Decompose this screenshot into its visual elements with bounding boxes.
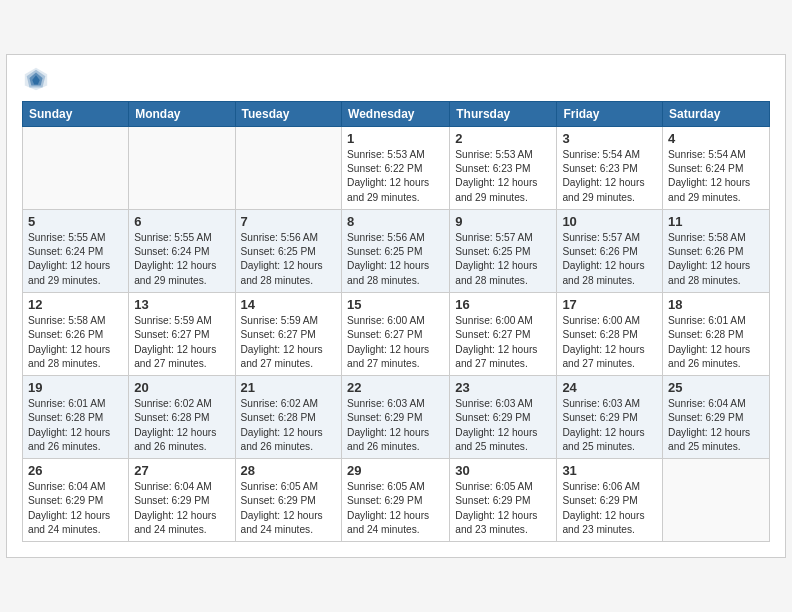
day-info: Sunrise: 6:02 AMSunset: 6:28 PMDaylight:… (134, 397, 229, 454)
day-number: 26 (28, 463, 123, 478)
week-row-1: 1Sunrise: 5:53 AMSunset: 6:22 PMDaylight… (23, 126, 770, 209)
day-number: 23 (455, 380, 551, 395)
day-cell: 29Sunrise: 6:05 AMSunset: 6:29 PMDayligh… (342, 459, 450, 542)
day-info: Sunrise: 6:03 AMSunset: 6:29 PMDaylight:… (455, 397, 551, 454)
day-cell: 13Sunrise: 5:59 AMSunset: 6:27 PMDayligh… (129, 292, 235, 375)
day-cell: 24Sunrise: 6:03 AMSunset: 6:29 PMDayligh… (557, 376, 663, 459)
day-number: 5 (28, 214, 123, 229)
day-number: 17 (562, 297, 657, 312)
logo (22, 65, 54, 93)
day-number: 25 (668, 380, 764, 395)
day-info: Sunrise: 5:58 AMSunset: 6:26 PMDaylight:… (668, 231, 764, 288)
weekday-header-monday: Monday (129, 101, 235, 126)
week-row-5: 26Sunrise: 6:04 AMSunset: 6:29 PMDayligh… (23, 459, 770, 542)
day-number: 28 (241, 463, 337, 478)
day-number: 27 (134, 463, 229, 478)
day-info: Sunrise: 5:54 AMSunset: 6:23 PMDaylight:… (562, 148, 657, 205)
week-row-3: 12Sunrise: 5:58 AMSunset: 6:26 PMDayligh… (23, 292, 770, 375)
day-cell: 10Sunrise: 5:57 AMSunset: 6:26 PMDayligh… (557, 209, 663, 292)
day-info: Sunrise: 6:01 AMSunset: 6:28 PMDaylight:… (28, 397, 123, 454)
day-cell: 30Sunrise: 6:05 AMSunset: 6:29 PMDayligh… (450, 459, 557, 542)
day-cell: 21Sunrise: 6:02 AMSunset: 6:28 PMDayligh… (235, 376, 342, 459)
day-cell (129, 126, 235, 209)
day-cell: 14Sunrise: 5:59 AMSunset: 6:27 PMDayligh… (235, 292, 342, 375)
week-row-4: 19Sunrise: 6:01 AMSunset: 6:28 PMDayligh… (23, 376, 770, 459)
day-cell: 28Sunrise: 6:05 AMSunset: 6:29 PMDayligh… (235, 459, 342, 542)
day-number: 12 (28, 297, 123, 312)
weekday-header-friday: Friday (557, 101, 663, 126)
day-cell: 1Sunrise: 5:53 AMSunset: 6:22 PMDaylight… (342, 126, 450, 209)
weekday-header-sunday: Sunday (23, 101, 129, 126)
day-cell: 17Sunrise: 6:00 AMSunset: 6:28 PMDayligh… (557, 292, 663, 375)
day-number: 15 (347, 297, 444, 312)
week-row-2: 5Sunrise: 5:55 AMSunset: 6:24 PMDaylight… (23, 209, 770, 292)
day-number: 4 (668, 131, 764, 146)
day-info: Sunrise: 6:00 AMSunset: 6:27 PMDaylight:… (347, 314, 444, 371)
calendar-grid: SundayMondayTuesdayWednesdayThursdayFrid… (22, 101, 770, 543)
day-cell: 19Sunrise: 6:01 AMSunset: 6:28 PMDayligh… (23, 376, 129, 459)
day-cell: 18Sunrise: 6:01 AMSunset: 6:28 PMDayligh… (663, 292, 770, 375)
weekday-header-tuesday: Tuesday (235, 101, 342, 126)
day-cell: 31Sunrise: 6:06 AMSunset: 6:29 PMDayligh… (557, 459, 663, 542)
day-info: Sunrise: 6:05 AMSunset: 6:29 PMDaylight:… (241, 480, 337, 537)
day-cell: 16Sunrise: 6:00 AMSunset: 6:27 PMDayligh… (450, 292, 557, 375)
day-number: 3 (562, 131, 657, 146)
day-info: Sunrise: 5:57 AMSunset: 6:25 PMDaylight:… (455, 231, 551, 288)
day-cell: 5Sunrise: 5:55 AMSunset: 6:24 PMDaylight… (23, 209, 129, 292)
day-number: 9 (455, 214, 551, 229)
day-cell: 23Sunrise: 6:03 AMSunset: 6:29 PMDayligh… (450, 376, 557, 459)
day-info: Sunrise: 6:04 AMSunset: 6:29 PMDaylight:… (28, 480, 123, 537)
day-info: Sunrise: 6:00 AMSunset: 6:27 PMDaylight:… (455, 314, 551, 371)
day-number: 13 (134, 297, 229, 312)
day-info: Sunrise: 6:01 AMSunset: 6:28 PMDaylight:… (668, 314, 764, 371)
day-info: Sunrise: 6:04 AMSunset: 6:29 PMDaylight:… (668, 397, 764, 454)
day-number: 6 (134, 214, 229, 229)
day-cell: 27Sunrise: 6:04 AMSunset: 6:29 PMDayligh… (129, 459, 235, 542)
day-cell: 3Sunrise: 5:54 AMSunset: 6:23 PMDaylight… (557, 126, 663, 209)
day-info: Sunrise: 5:56 AMSunset: 6:25 PMDaylight:… (241, 231, 337, 288)
day-cell: 9Sunrise: 5:57 AMSunset: 6:25 PMDaylight… (450, 209, 557, 292)
day-info: Sunrise: 5:53 AMSunset: 6:23 PMDaylight:… (455, 148, 551, 205)
day-cell: 15Sunrise: 6:00 AMSunset: 6:27 PMDayligh… (342, 292, 450, 375)
day-number: 31 (562, 463, 657, 478)
day-cell: 11Sunrise: 5:58 AMSunset: 6:26 PMDayligh… (663, 209, 770, 292)
day-cell: 8Sunrise: 5:56 AMSunset: 6:25 PMDaylight… (342, 209, 450, 292)
day-cell: 26Sunrise: 6:04 AMSunset: 6:29 PMDayligh… (23, 459, 129, 542)
day-number: 30 (455, 463, 551, 478)
day-info: Sunrise: 5:58 AMSunset: 6:26 PMDaylight:… (28, 314, 123, 371)
day-info: Sunrise: 6:05 AMSunset: 6:29 PMDaylight:… (455, 480, 551, 537)
day-cell: 22Sunrise: 6:03 AMSunset: 6:29 PMDayligh… (342, 376, 450, 459)
day-number: 7 (241, 214, 337, 229)
day-info: Sunrise: 6:05 AMSunset: 6:29 PMDaylight:… (347, 480, 444, 537)
day-number: 24 (562, 380, 657, 395)
day-number: 11 (668, 214, 764, 229)
day-cell (663, 459, 770, 542)
day-cell: 7Sunrise: 5:56 AMSunset: 6:25 PMDaylight… (235, 209, 342, 292)
day-number: 29 (347, 463, 444, 478)
day-info: Sunrise: 6:03 AMSunset: 6:29 PMDaylight:… (562, 397, 657, 454)
day-cell: 2Sunrise: 5:53 AMSunset: 6:23 PMDaylight… (450, 126, 557, 209)
day-cell: 12Sunrise: 5:58 AMSunset: 6:26 PMDayligh… (23, 292, 129, 375)
day-info: Sunrise: 5:54 AMSunset: 6:24 PMDaylight:… (668, 148, 764, 205)
day-number: 2 (455, 131, 551, 146)
day-number: 18 (668, 297, 764, 312)
day-info: Sunrise: 5:55 AMSunset: 6:24 PMDaylight:… (134, 231, 229, 288)
day-number: 16 (455, 297, 551, 312)
day-cell: 4Sunrise: 5:54 AMSunset: 6:24 PMDaylight… (663, 126, 770, 209)
day-info: Sunrise: 6:04 AMSunset: 6:29 PMDaylight:… (134, 480, 229, 537)
day-info: Sunrise: 6:02 AMSunset: 6:28 PMDaylight:… (241, 397, 337, 454)
day-info: Sunrise: 5:55 AMSunset: 6:24 PMDaylight:… (28, 231, 123, 288)
day-number: 21 (241, 380, 337, 395)
day-info: Sunrise: 5:59 AMSunset: 6:27 PMDaylight:… (241, 314, 337, 371)
day-number: 22 (347, 380, 444, 395)
logo-icon (22, 65, 50, 93)
day-cell: 20Sunrise: 6:02 AMSunset: 6:28 PMDayligh… (129, 376, 235, 459)
day-info: Sunrise: 5:57 AMSunset: 6:26 PMDaylight:… (562, 231, 657, 288)
weekday-header-row: SundayMondayTuesdayWednesdayThursdayFrid… (23, 101, 770, 126)
day-cell (23, 126, 129, 209)
day-number: 10 (562, 214, 657, 229)
weekday-header-wednesday: Wednesday (342, 101, 450, 126)
day-number: 19 (28, 380, 123, 395)
day-number: 8 (347, 214, 444, 229)
day-info: Sunrise: 5:56 AMSunset: 6:25 PMDaylight:… (347, 231, 444, 288)
